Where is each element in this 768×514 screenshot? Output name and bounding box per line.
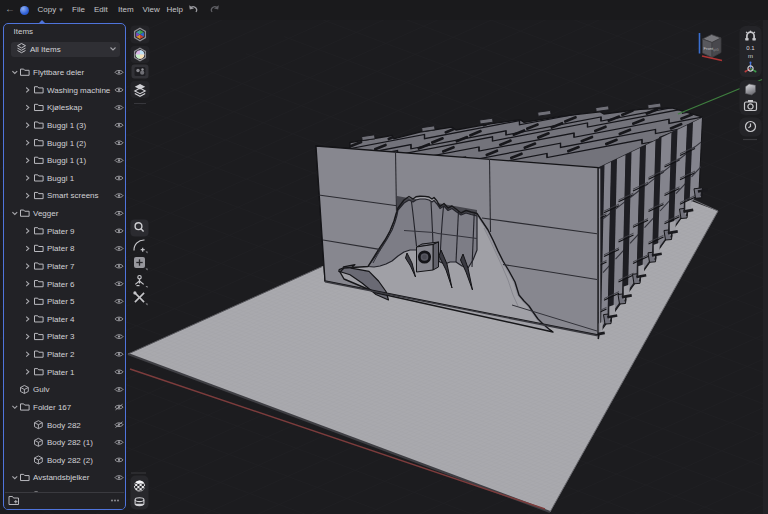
svg-text:Washing machine: Washing machine — [47, 86, 111, 95]
svg-text:Folder 167: Folder 167 — [33, 403, 72, 412]
svg-text:Buggi 1 (3): Buggi 1 (3) — [47, 121, 86, 130]
svg-text:Vegger: Vegger — [33, 209, 59, 218]
svg-text:Body 282: Body 282 — [47, 421, 81, 430]
svg-text:0.1: 0.1 — [746, 45, 755, 51]
svg-text:Buggi 1 (1): Buggi 1 (1) — [47, 156, 86, 165]
svg-text:Plater 9: Plater 9 — [47, 227, 75, 236]
svg-text:Plater 5: Plater 5 — [47, 297, 75, 306]
svg-text:m: m — [748, 53, 753, 59]
svg-text:Gulv: Gulv — [33, 385, 49, 394]
svg-text:Plater 1: Plater 1 — [47, 368, 75, 377]
svg-text:Plater 6: Plater 6 — [47, 280, 75, 289]
svg-text:Flyttbare deler: Flyttbare deler — [33, 68, 84, 77]
svg-text:Plater 7: Plater 7 — [47, 262, 75, 271]
svg-text:Buggi 1 (2): Buggi 1 (2) — [47, 139, 86, 148]
svg-text:Plater 2: Plater 2 — [47, 350, 75, 359]
svg-text:Plater 8: Plater 8 — [47, 244, 75, 253]
svg-text:Kjøleskap: Kjøleskap — [47, 103, 83, 112]
svg-text:Plater 4: Plater 4 — [47, 315, 75, 324]
svg-text:Plater 3: Plater 3 — [47, 332, 75, 341]
svg-text:Smart screens: Smart screens — [47, 191, 99, 200]
svg-text:Body 282 (1): Body 282 (1) — [47, 438, 93, 447]
svg-text:All Items: All Items — [30, 45, 61, 54]
svg-text:Avstandsbjelker: Avstandsbjelker — [33, 473, 90, 482]
svg-text:Buggi 1: Buggi 1 — [47, 174, 75, 183]
svg-text:Body 282 (2): Body 282 (2) — [47, 456, 93, 465]
